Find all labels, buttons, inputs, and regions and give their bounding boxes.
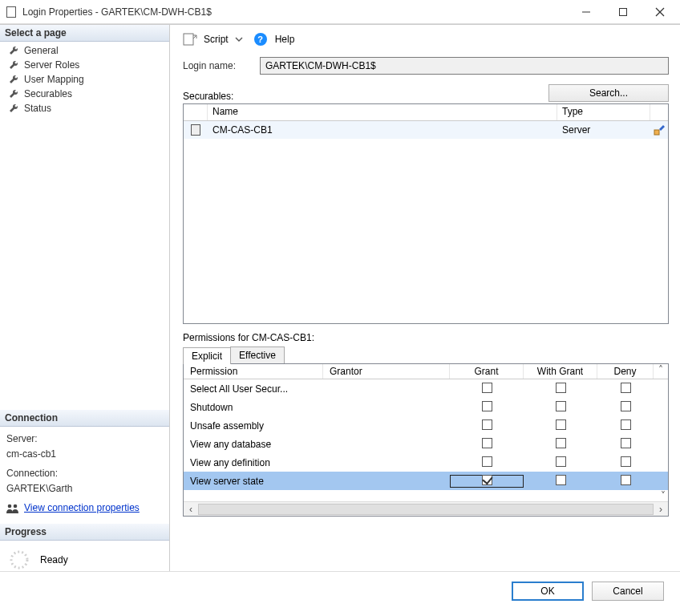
sidebar-item-label: General (24, 45, 59, 56)
svg-rect-8 (654, 130, 659, 135)
sidebar-item-server-roles[interactable]: Server Roles (0, 58, 169, 72)
sidebar-item-status[interactable]: Status (0, 101, 169, 116)
scroll-right-icon[interactable]: › (654, 504, 668, 515)
svg-rect-1 (620, 8, 627, 15)
scroll-up-icon[interactable]: ˄ (654, 364, 668, 379)
checkbox[interactable] (621, 401, 631, 411)
cell-permission: Unsafe assembly (184, 420, 323, 432)
checkbox[interactable] (621, 475, 631, 485)
help-button[interactable]: Help (275, 34, 295, 45)
checkbox[interactable] (482, 401, 492, 411)
wrench-icon (8, 74, 19, 85)
tab-effective[interactable]: Effective (230, 346, 285, 363)
checkbox[interactable] (621, 419, 631, 430)
cell-permission: View server state (184, 476, 323, 487)
search-button[interactable]: Search... (548, 84, 669, 102)
checkbox[interactable] (482, 438, 492, 448)
tab-explicit[interactable]: Explicit (183, 347, 231, 364)
view-connection-link[interactable]: View connection properties (24, 500, 140, 516)
col-grantor[interactable]: Grantor (323, 364, 450, 379)
cell-permission: Shutdown (184, 402, 323, 413)
horizontal-scrollbar[interactable]: ‹ › (184, 501, 668, 516)
edit-icon[interactable] (654, 124, 665, 136)
select-page-header: Select a page (0, 25, 169, 42)
sidebar-item-label: Status (24, 103, 51, 114)
cell-permission: View any database (184, 439, 323, 450)
checkbox[interactable] (621, 383, 631, 393)
page-list: GeneralServer RolesUser MappingSecurable… (0, 42, 169, 117)
col-grant[interactable]: Grant (450, 364, 524, 379)
minimize-button[interactable] (568, 0, 605, 24)
table-row[interactable]: Shutdown (184, 398, 668, 416)
connection-block: Server: cm-cas-cb1 Connection: GARTEK\Ga… (0, 427, 169, 524)
scroll-down-icon[interactable]: ˅ (184, 490, 668, 501)
checkbox[interactable] (556, 419, 566, 430)
checkbox[interactable] (621, 456, 631, 467)
checkbox[interactable] (556, 438, 566, 448)
wrench-icon (8, 88, 19, 99)
securables-label: Securables: (183, 91, 233, 102)
server-label: Server: (6, 432, 163, 447)
checkbox[interactable] (482, 475, 492, 485)
scroll-left-icon[interactable]: ‹ (184, 504, 198, 515)
connection-value: GARTEK\Garth (6, 481, 163, 496)
checkbox[interactable] (556, 383, 566, 393)
dialog-footer: OK Cancel (0, 571, 680, 610)
sidebar-item-label: Securables (24, 88, 72, 99)
sidebar-item-general[interactable]: General (0, 43, 169, 58)
table-row[interactable]: Unsafe assembly (184, 416, 668, 435)
script-button[interactable]: Script (204, 34, 229, 45)
sidebar: Select a page GeneralServer RolesUser Ma… (0, 25, 170, 571)
sidebar-item-user-mapping[interactable]: User Mapping (0, 72, 169, 87)
maximize-button[interactable] (605, 0, 642, 24)
progress-header: Progress (0, 524, 169, 541)
checkbox[interactable] (482, 383, 492, 393)
permissions-grid: Permission Grantor Grant With Grant Deny… (183, 363, 669, 517)
progress-status: Ready (40, 554, 68, 565)
col-name[interactable]: Name (208, 104, 557, 120)
wrench-icon (8, 59, 19, 71)
titlebar: Login Properties - GARTEK\CM-DWH-CB1$ (0, 0, 680, 24)
content: Script ? Help Login name: Securables: Se… (170, 25, 680, 571)
col-with-grant[interactable]: With Grant (524, 364, 597, 379)
table-row[interactable]: CM-CAS-CB1Server (184, 121, 668, 139)
table-row[interactable]: Select All User Secur... (184, 379, 668, 398)
checkbox[interactable] (482, 419, 492, 430)
sidebar-item-label: Server Roles (24, 59, 79, 71)
table-row[interactable]: View any definition (184, 453, 668, 472)
permissions-label: Permissions for CM-CAS-CB1: (183, 332, 669, 343)
wrench-icon (8, 103, 19, 114)
col-permission[interactable]: Permission (184, 364, 323, 379)
close-button[interactable] (642, 0, 678, 24)
people-icon (6, 503, 19, 514)
help-icon[interactable]: ? (254, 33, 267, 46)
svg-point-6 (11, 552, 27, 568)
checkbox[interactable] (556, 475, 566, 485)
col-type[interactable]: Type (557, 104, 650, 120)
login-name-input[interactable] (260, 57, 669, 75)
svg-point-5 (14, 504, 18, 508)
checkbox[interactable] (621, 438, 631, 448)
app-icon (6, 6, 16, 18)
table-row[interactable]: View server state (184, 472, 668, 490)
cell-permission: View any definition (184, 457, 323, 468)
col-deny[interactable]: Deny (597, 364, 654, 379)
svg-rect-7 (184, 34, 193, 45)
content-toolbar: Script ? Help (183, 33, 669, 46)
wrench-icon (8, 45, 19, 56)
sidebar-item-securables[interactable]: Securables (0, 87, 169, 101)
progress-ring-icon (8, 549, 30, 571)
cell-permission: Select All User Secur... (184, 383, 323, 395)
progress-block: Ready (0, 541, 169, 571)
checkbox[interactable] (556, 456, 566, 467)
checkbox[interactable] (482, 456, 492, 467)
checkbox[interactable] (556, 401, 566, 411)
ok-button[interactable]: OK (512, 582, 584, 601)
table-row[interactable]: View any database (184, 435, 668, 453)
permission-tabs: Explicit Effective (183, 346, 669, 363)
chevron-down-icon[interactable] (235, 35, 243, 43)
server-value: cm-cas-cb1 (6, 447, 163, 462)
cancel-button[interactable]: Cancel (592, 582, 664, 601)
server-icon (191, 124, 200, 136)
securables-grid: Name Type CM-CAS-CB1Server (183, 103, 669, 324)
